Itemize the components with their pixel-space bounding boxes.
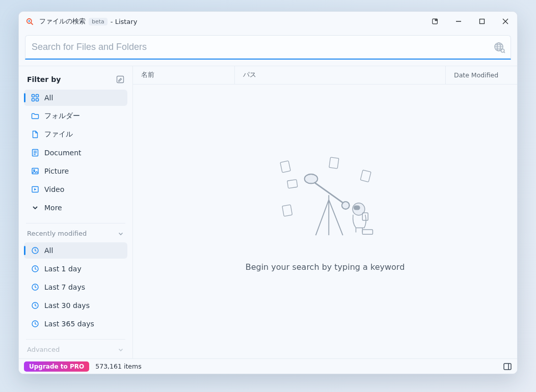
recent-label: Last 365 days bbox=[44, 320, 94, 328]
recent-label: Last 1 day bbox=[44, 265, 82, 273]
advanced-header-label: Advanced bbox=[27, 346, 60, 353]
document-icon bbox=[31, 149, 39, 157]
recent-label: Last 7 days bbox=[44, 283, 85, 291]
svg-rect-9 bbox=[32, 95, 35, 97]
window-title: ファイルの検索 bbox=[39, 17, 86, 26]
svg-rect-4 bbox=[480, 19, 485, 24]
recent-label: All bbox=[44, 246, 53, 255]
sidebar: Filter by All フォルダー ファイル Document bbox=[19, 66, 133, 358]
recent-7d[interactable]: Last 7 days bbox=[24, 279, 127, 295]
filter-label: More bbox=[44, 204, 62, 212]
svg-rect-26 bbox=[282, 205, 292, 216]
svg-rect-24 bbox=[360, 170, 371, 182]
maximize-button[interactable] bbox=[470, 12, 494, 31]
recent-label: Last 30 days bbox=[44, 301, 90, 310]
web-search-icon[interactable] bbox=[493, 41, 505, 53]
grid-icon bbox=[31, 94, 39, 102]
window-title-suffix: - Listary bbox=[111, 18, 138, 25]
filter-label: フォルダー bbox=[44, 111, 80, 121]
window-controls bbox=[423, 12, 517, 31]
app-window: ファイルの検索 beta - Listary bbox=[18, 11, 518, 374]
svg-rect-33 bbox=[362, 213, 368, 220]
chevron-down-icon bbox=[117, 230, 124, 237]
folder-icon bbox=[31, 112, 39, 120]
item-count: 573,161 items bbox=[95, 362, 141, 370]
svg-rect-10 bbox=[36, 95, 39, 97]
statusbar: Upgrade to PRO 573,161 items bbox=[19, 358, 517, 374]
svg-rect-14 bbox=[32, 169, 38, 174]
app-icon bbox=[25, 17, 34, 26]
svg-rect-8 bbox=[117, 76, 124, 83]
empty-state: Begin your search by typing a keyword bbox=[133, 85, 517, 358]
filter-label: Video bbox=[44, 185, 64, 193]
picture-icon bbox=[31, 167, 39, 175]
filter-more[interactable]: More bbox=[24, 200, 127, 216]
clock-icon bbox=[31, 283, 39, 291]
filter-header-label: Filter by bbox=[27, 75, 61, 83]
svg-rect-3 bbox=[435, 19, 437, 21]
edit-filters-icon[interactable] bbox=[116, 75, 124, 83]
searchbar-container bbox=[19, 31, 517, 60]
svg-rect-25 bbox=[287, 179, 298, 188]
filter-label: All bbox=[44, 94, 53, 102]
filter-all[interactable]: All bbox=[24, 90, 127, 106]
filter-folder[interactable]: フォルダー bbox=[24, 108, 127, 124]
chevron-down-icon bbox=[117, 346, 124, 353]
recent-365d[interactable]: Last 365 days bbox=[24, 316, 127, 332]
recent-header-label: Recently modified bbox=[27, 230, 87, 237]
svg-rect-32 bbox=[354, 205, 360, 210]
filter-document[interactable]: Document bbox=[24, 145, 127, 161]
svg-rect-34 bbox=[362, 230, 372, 234]
body: Filter by All フォルダー ファイル Document bbox=[19, 66, 517, 358]
results-panel: 名前 パス Date Modified bbox=[133, 66, 517, 358]
empty-illustration bbox=[269, 151, 381, 253]
recent-group-header[interactable]: Recently modified bbox=[24, 228, 127, 239]
file-icon bbox=[31, 130, 39, 138]
filter-label: Document bbox=[44, 149, 82, 157]
filter-file[interactable]: ファイル bbox=[24, 126, 127, 143]
titlebar: ファイルの検索 beta - Listary bbox=[19, 12, 517, 31]
recent-all[interactable]: All bbox=[24, 242, 127, 259]
clock-icon bbox=[31, 301, 39, 310]
column-headers: 名前 パス Date Modified bbox=[133, 66, 517, 85]
filter-picture[interactable]: Picture bbox=[24, 163, 127, 179]
filter-label: ファイル bbox=[44, 130, 73, 139]
column-date[interactable]: Date Modified bbox=[446, 66, 517, 84]
svg-point-7 bbox=[501, 49, 504, 52]
svg-point-15 bbox=[34, 170, 35, 171]
filter-header: Filter by bbox=[24, 72, 127, 89]
svg-rect-35 bbox=[504, 363, 511, 370]
search-input[interactable] bbox=[32, 42, 493, 52]
recent-30d[interactable]: Last 30 days bbox=[24, 297, 127, 314]
svg-rect-22 bbox=[280, 160, 290, 172]
svg-rect-12 bbox=[36, 99, 39, 101]
recent-1d[interactable]: Last 1 day bbox=[24, 261, 127, 277]
preview-panel-toggle[interactable] bbox=[503, 362, 512, 371]
clock-icon bbox=[31, 265, 39, 273]
clock-icon bbox=[31, 320, 39, 328]
upgrade-button[interactable]: Upgrade to PRO bbox=[24, 361, 89, 372]
clock-icon bbox=[31, 246, 39, 255]
compact-overlay-button[interactable] bbox=[423, 12, 447, 31]
searchbar bbox=[25, 35, 511, 60]
column-name[interactable]: 名前 bbox=[133, 66, 235, 84]
empty-message: Begin your search by typing a keyword bbox=[246, 262, 405, 272]
svg-point-1 bbox=[29, 20, 30, 22]
svg-rect-23 bbox=[329, 157, 339, 168]
advanced-group-header[interactable]: Advanced bbox=[24, 344, 127, 355]
beta-badge: beta bbox=[89, 18, 108, 25]
video-icon bbox=[31, 185, 39, 193]
minimize-button[interactable] bbox=[447, 12, 470, 31]
chevron-down-icon bbox=[31, 204, 39, 212]
close-button[interactable] bbox=[494, 12, 517, 31]
svg-rect-11 bbox=[32, 99, 35, 101]
filter-label: Picture bbox=[44, 167, 69, 175]
column-path[interactable]: パス bbox=[235, 66, 446, 84]
filter-video[interactable]: Video bbox=[24, 181, 127, 198]
